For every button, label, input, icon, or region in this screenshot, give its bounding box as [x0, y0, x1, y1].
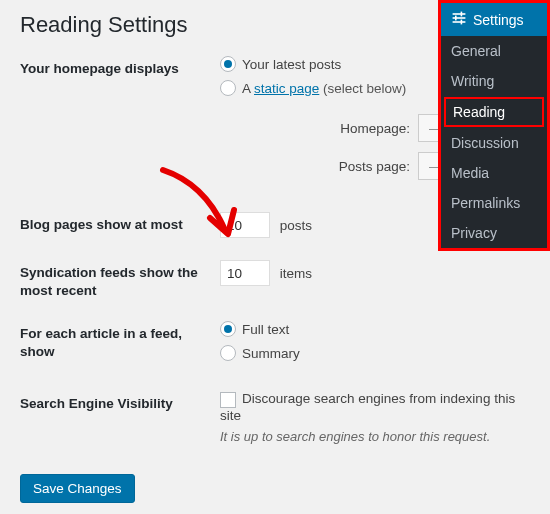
- syndication-suffix: items: [280, 266, 312, 281]
- radio-icon: [220, 345, 236, 361]
- svg-rect-0: [453, 13, 466, 15]
- static-page-link[interactable]: static page: [254, 81, 319, 96]
- sidebar-header-label: Settings: [473, 12, 524, 28]
- svg-rect-5: [461, 20, 463, 25]
- svg-rect-4: [455, 16, 457, 21]
- row-search-engine-visibility: Search Engine Visibility Discourage sear…: [20, 391, 530, 443]
- radio-label: Summary: [242, 346, 300, 361]
- homepage-sublabel: Homepage:: [220, 121, 410, 136]
- row-syndication-feeds: Syndication feeds show the most recent i…: [20, 260, 530, 299]
- svg-rect-3: [461, 12, 463, 17]
- settings-sidebar: Settings General Writing Reading Discuss…: [438, 0, 550, 251]
- row-feed-show: For each article in a feed, show Full te…: [20, 321, 530, 369]
- blog-pages-suffix: posts: [280, 218, 312, 233]
- postspage-sublabel: Posts page:: [220, 159, 410, 174]
- label-feed-show: For each article in a feed, show: [20, 321, 220, 360]
- label-syndication: Syndication feeds show the most recent: [20, 260, 220, 299]
- sidebar-item-writing[interactable]: Writing: [441, 66, 547, 96]
- radio-label: Your latest posts: [242, 57, 341, 72]
- sev-description: It is up to search engines to honor this…: [220, 429, 530, 444]
- label-blog-pages: Blog pages show at most: [20, 212, 220, 234]
- radio-label: A static page (select below): [242, 81, 406, 96]
- sev-checkbox-row[interactable]: Discourage search engines from indexing …: [220, 391, 515, 422]
- radio-icon: [220, 56, 236, 72]
- label-homepage-displays: Your homepage displays: [20, 56, 220, 78]
- radio-icon: [220, 321, 236, 337]
- sidebar-item-general[interactable]: General: [441, 36, 547, 66]
- sidebar-item-media[interactable]: Media: [441, 158, 547, 188]
- save-changes-button[interactable]: Save Changes: [20, 474, 135, 503]
- sidebar-item-reading[interactable]: Reading: [444, 97, 544, 127]
- label-sev: Search Engine Visibility: [20, 391, 220, 413]
- sev-chk-label: Discourage search engines from indexing …: [220, 391, 515, 422]
- svg-rect-2: [453, 21, 466, 23]
- sidebar-item-privacy[interactable]: Privacy: [441, 218, 547, 248]
- sliders-icon: [451, 10, 467, 29]
- sidebar-item-permalinks[interactable]: Permalinks: [441, 188, 547, 218]
- syndication-input[interactable]: [220, 260, 270, 286]
- radio-label: Full text: [242, 322, 289, 337]
- radio-full-text[interactable]: Full text: [220, 321, 530, 337]
- sidebar-header[interactable]: Settings: [441, 3, 547, 36]
- checkbox-icon: [220, 392, 236, 408]
- radio-icon: [220, 80, 236, 96]
- sidebar-item-discussion[interactable]: Discussion: [441, 128, 547, 158]
- svg-rect-1: [453, 17, 466, 19]
- blog-pages-input[interactable]: [220, 212, 270, 238]
- radio-summary[interactable]: Summary: [220, 345, 530, 361]
